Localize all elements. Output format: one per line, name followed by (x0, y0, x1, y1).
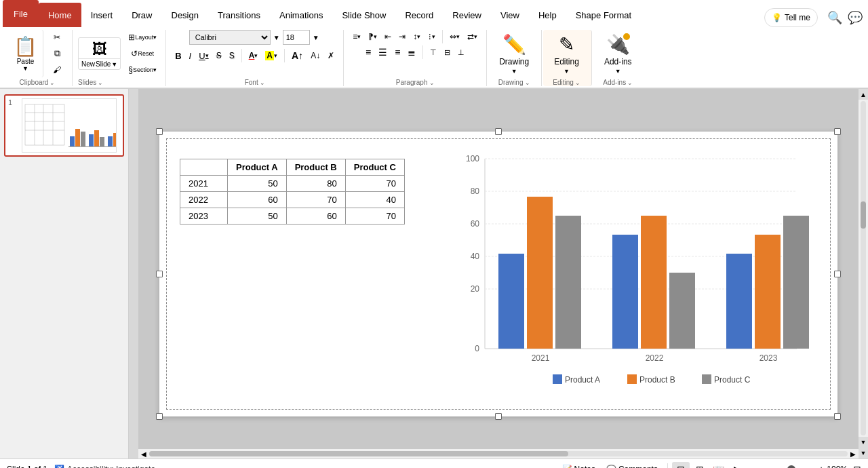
scroll-down-button[interactable]: ▼ (859, 437, 868, 448)
line-spacing-button[interactable]: ↕▾ (410, 30, 424, 43)
align-middle-button[interactable]: ⊟ (441, 46, 454, 59)
tab-insert[interactable]: Insert (81, 3, 123, 27)
bar-2022-c[interactable] (669, 273, 695, 349)
tab-animations[interactable]: Animations (270, 3, 332, 27)
comments-button[interactable]: 💬 Comments (602, 463, 662, 469)
slides-label[interactable]: Slides ⌄ (78, 79, 103, 86)
h-scroll-track[interactable] (149, 451, 848, 456)
paste-dropdown-arrow[interactable]: ▼ (22, 65, 28, 72)
handle-mr[interactable] (834, 271, 841, 277)
numbering-button[interactable]: ⁋▾ (365, 30, 380, 43)
justify-button[interactable]: ≣ (404, 45, 419, 60)
shadow-button[interactable]: S (226, 49, 238, 62)
highlight-button[interactable]: A ▾ (262, 49, 281, 62)
handle-bm[interactable] (495, 413, 502, 420)
font-color-button[interactable]: A ▾ (245, 49, 262, 62)
tab-review[interactable]: Review (443, 3, 491, 27)
addins-button[interactable]: 🔌 Add-ins ▼ (597, 31, 639, 77)
reset-button[interactable]: ↺ Reset (125, 47, 160, 60)
notes-button[interactable]: 📝 Notes (558, 463, 599, 469)
slideshow-view-button[interactable]: ▶ (729, 462, 747, 469)
align-top-button[interactable]: ⊤ (427, 46, 440, 59)
copy-button[interactable]: ⧉ (47, 46, 66, 61)
columns-button[interactable]: ⫶▾ (425, 30, 439, 43)
tab-transitions[interactable]: Transitions (208, 3, 270, 27)
strikethrough-button[interactable]: S (213, 49, 225, 62)
indent-more-button[interactable]: ⇥ (395, 30, 409, 43)
scroll-track[interactable] (861, 101, 866, 435)
font-name-select[interactable]: Calibri (189, 30, 271, 45)
scroll-left-button[interactable]: ◀ (138, 450, 149, 458)
editing-button[interactable]: ✎ Editing ▼ (547, 31, 586, 77)
slide-canvas[interactable]: Product A Product B Product C 2021 50 80… (159, 132, 837, 416)
font-label[interactable]: Font ⌄ (245, 79, 265, 86)
increase-font-button[interactable]: A↑ (288, 48, 307, 63)
font-name-expand[interactable]: ▼ (272, 32, 281, 43)
align-bottom-button[interactable]: ⊥ (454, 46, 468, 59)
tell-me-input[interactable]: 💡 Tell me (764, 8, 818, 27)
paragraph-label[interactable]: Paragraph ⌄ (396, 79, 435, 86)
align-right-button[interactable]: ≡ (391, 45, 403, 60)
bar-2022-b[interactable] (641, 216, 667, 349)
handle-tl[interactable] (156, 128, 163, 135)
tab-help[interactable]: Help (529, 3, 566, 27)
bar-2021-b[interactable] (527, 197, 553, 349)
reading-view-button[interactable]: 📖 (710, 462, 728, 469)
cut-button[interactable]: ✂ (47, 30, 66, 45)
align-center-button[interactable]: ☰ (375, 45, 391, 60)
section-button[interactable]: § Section▾ (125, 63, 160, 77)
scroll-down2-button[interactable]: ▼ (859, 448, 868, 459)
convert-to-smartart-button[interactable]: ⇄▾ (464, 30, 481, 43)
new-slide-icon-area[interactable]: 🖼 (79, 38, 120, 59)
scroll-right-button[interactable]: ▶ (848, 450, 859, 458)
highlight-arrow[interactable]: ▾ (274, 52, 277, 59)
zoom-out-button[interactable]: − (753, 464, 759, 469)
bar-2023-c[interactable] (783, 216, 809, 349)
decrease-font-button[interactable]: A↓ (307, 49, 323, 62)
italic-button[interactable]: I (186, 49, 195, 63)
tab-file[interactable]: File (3, 0, 39, 27)
handle-br[interactable] (834, 413, 841, 420)
text-direction-button[interactable]: ⇔▾ (446, 30, 463, 43)
font-size-input[interactable] (283, 30, 310, 45)
zoom-thumb[interactable] (787, 465, 795, 469)
format-painter-button[interactable]: 🖌 (47, 62, 66, 77)
bar-2023-a[interactable] (726, 254, 752, 349)
h-scroll-thumb[interactable] (149, 451, 568, 456)
bold-button[interactable]: B (172, 49, 184, 63)
slide-sorter-button[interactable]: ⊞ (691, 462, 709, 469)
comment-icon[interactable]: 💬 (848, 10, 863, 25)
clipboard-label[interactable]: Clipboard ⌄ (20, 79, 56, 86)
handle-tr[interactable] (834, 128, 841, 135)
underline-button[interactable]: U▾ (195, 49, 212, 63)
accessibility-button[interactable]: ♿ Accessibility: Investigate (54, 465, 155, 469)
normal-view-button[interactable]: ⊡ (672, 462, 690, 469)
editing-group-label[interactable]: Editing ⌄ (553, 79, 580, 86)
bullets-button[interactable]: ≡▾ (349, 30, 364, 43)
bar-2023-b[interactable] (755, 235, 781, 349)
layout-button[interactable]: ⊞ Layout▾ (125, 31, 160, 44)
search-icon[interactable]: 🔍 (827, 10, 842, 25)
drawing-button[interactable]: ✏️ Drawing ▼ (492, 31, 536, 77)
drawing-group-label[interactable]: Drawing ⌄ (498, 79, 530, 86)
handle-ml[interactable] (156, 271, 163, 277)
tab-shapeformat[interactable]: Shape Format (566, 3, 641, 27)
tab-record[interactable]: Record (395, 3, 443, 27)
indent-less-button[interactable]: ⇤ (381, 30, 395, 43)
scroll-up-button[interactable]: ▲ (859, 89, 868, 100)
bar-2022-a[interactable] (612, 235, 638, 349)
handle-bl[interactable] (156, 413, 163, 420)
scroll-thumb[interactable] (861, 201, 866, 229)
handle-tm[interactable] (495, 128, 502, 135)
tab-draw[interactable]: Draw (122, 3, 161, 27)
slide-thumbnail-1[interactable]: 1 (4, 94, 124, 157)
paste-button[interactable]: 📋 Paste ▼ (8, 30, 43, 77)
new-slide-button[interactable]: New Slide ▼ (79, 59, 120, 69)
bar-2021-c[interactable] (555, 216, 581, 349)
tab-design[interactable]: Design (162, 3, 208, 27)
tab-home[interactable]: Home (39, 3, 81, 27)
align-left-button[interactable]: ≡ (362, 45, 374, 60)
addins-group-label[interactable]: Add-ins ⌄ (603, 79, 633, 86)
bar-2021-a[interactable] (498, 254, 524, 349)
data-table[interactable]: Product A Product B Product C 2021 50 80… (180, 159, 405, 225)
